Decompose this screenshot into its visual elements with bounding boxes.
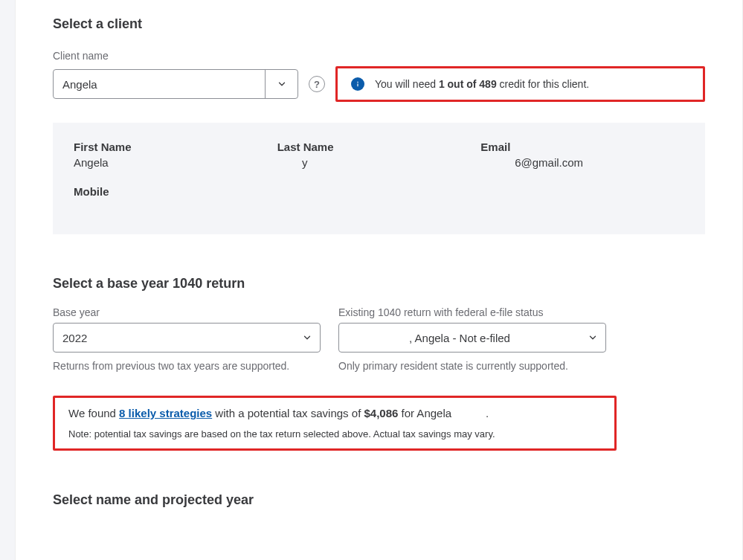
client-name-caret[interactable] bbox=[265, 70, 297, 98]
select-base-year-title: Select a base year 1040 return bbox=[53, 276, 705, 292]
chevron-down-icon bbox=[302, 332, 312, 343]
last-name-label: Last Name bbox=[277, 141, 481, 153]
chevron-down-icon bbox=[588, 332, 598, 343]
select-client-title: Select a client bbox=[53, 16, 705, 32]
mobile-value bbox=[74, 201, 277, 213]
client-details-card: First Name Angela Last Name y Email 6@gm… bbox=[53, 123, 705, 234]
base-year-label: Base year bbox=[53, 306, 321, 318]
base-year-helper: Returns from previous two tax years are … bbox=[53, 358, 321, 373]
credit-text: You will need 1 out of 489 credit for th… bbox=[375, 78, 589, 90]
base-year-value: 2022 bbox=[54, 324, 295, 352]
info-icon bbox=[351, 77, 364, 91]
credit-callout: You will need 1 out of 489 credit for th… bbox=[335, 66, 705, 102]
strategy-line: We found 8 likely strategies with a pote… bbox=[68, 407, 601, 419]
strategy-note: Note: potential tax savings are based on… bbox=[68, 428, 601, 440]
svg-point-0 bbox=[357, 82, 358, 83]
select-name-projected-year-title: Select name and projected year bbox=[53, 492, 705, 508]
first-name-value: Angela bbox=[74, 156, 277, 169]
svg-rect-1 bbox=[357, 83, 358, 86]
email-value: 6@gmail.com bbox=[480, 156, 684, 169]
email-label: Email bbox=[480, 141, 684, 153]
client-name-label: Client name bbox=[53, 50, 705, 62]
existing-return-caret[interactable] bbox=[580, 324, 605, 352]
client-name-value: Angela bbox=[54, 70, 265, 98]
mobile-label: Mobile bbox=[74, 185, 277, 198]
strategy-callout: We found 8 likely strategies with a pote… bbox=[53, 396, 617, 451]
first-name-label: First Name bbox=[74, 141, 277, 153]
existing-return-label: Existing 1040 return with federal e-file… bbox=[338, 306, 606, 318]
existing-return-helper: Only primary resident state is currently… bbox=[338, 358, 606, 373]
help-icon[interactable]: ? bbox=[309, 76, 325, 92]
client-name-select[interactable]: Angela bbox=[53, 69, 298, 99]
last-name-value: y bbox=[277, 156, 481, 169]
base-year-select[interactable]: 2022 bbox=[53, 323, 321, 353]
base-year-caret[interactable] bbox=[295, 324, 320, 352]
likely-strategies-link[interactable]: 8 likely strategies bbox=[119, 407, 212, 419]
existing-return-select[interactable]: , Angela - Not e-filed bbox=[338, 323, 606, 353]
existing-return-value: , Angela - Not e-filed bbox=[339, 324, 580, 352]
chevron-down-icon bbox=[277, 79, 287, 89]
